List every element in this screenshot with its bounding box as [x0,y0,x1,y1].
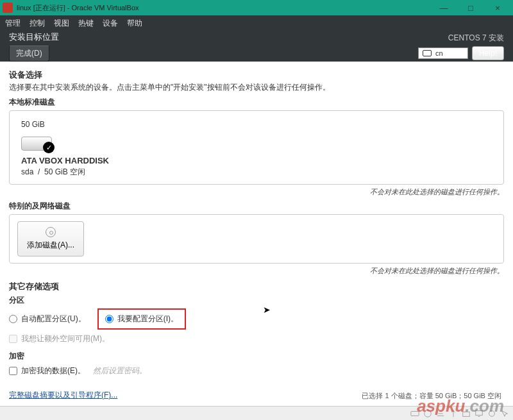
add-disk-label: 添加磁盘(A)... [27,240,74,251]
selection-summary: 已选择 1 个磁盘；容量 50 GiB；50 GiB 空闲 [362,391,501,401]
help-button[interactable]: Help! [472,46,504,60]
svg-rect-0 [411,411,419,416]
close-button[interactable]: × [485,1,510,15]
vbox-status-bar [0,406,513,420]
cursor-icon: ➤ [263,305,271,315]
local-disks-label: 本地标准磁盘 [9,97,504,108]
maximize-button[interactable]: □ [458,1,484,15]
menu-devices[interactable]: 设备 [103,18,118,29]
product-label: CENTOS 7 安装 [418,33,504,44]
disc-icon [46,227,56,237]
svg-rect-3 [476,410,483,415]
vbox-titlebar: linux [正在运行] - Oracle VM VirtualBox — □ … [0,0,513,15]
encrypt-hint: 然后设置密码。 [93,365,147,376]
manual-partition-radio[interactable]: 我要配置分区(I)。 [105,314,178,324]
guest-menubar: 管理 控制 视图 热键 设备 帮助 [0,15,513,31]
keyboard-layout-selector[interactable]: cn [418,47,468,59]
disk-name: ATA VBOX HARDDISK [21,156,109,165]
status-shared-icon [462,409,471,418]
done-button[interactable]: 完成(D) [9,46,49,62]
disk-size: 50 GiB [21,120,109,129]
extra-space-label: 我想让额外空间可用(M)。 [21,333,110,344]
status-mouse-icon [500,409,509,418]
status-record-icon [487,409,496,418]
disk-item[interactable]: 50 GiB ✓ ATA VBOX HARDDISK sda / 50 GiB … [21,120,109,178]
auto-partition-radio[interactable]: 自动配置分区(U)。 [9,314,86,324]
check-icon: ✓ [43,142,55,153]
device-selection-desc: 选择要在其中安装系统的设备。点击主菜单中的"开始安装"按钮前不会对该设备进行任何… [9,82,504,93]
partition-label: 分区 [9,295,504,306]
menu-hotkeys[interactable]: 热键 [78,18,94,29]
status-hdd-icon [410,409,419,418]
status-display-icon [475,409,484,418]
vbox-app-icon [3,3,13,13]
special-disks-box: 添加磁盘(A)... [9,214,504,264]
content-area: 设备选择 选择要在其中安装系统的设备。点击主菜单中的"开始安装"按钮前不会对该设… [0,62,513,376]
encrypt-label: 加密 [9,351,504,362]
storage-options-title: 其它存储选项 [9,281,504,292]
status-usb-icon [449,409,458,418]
encrypt-option-label: 加密我的数据(E)。 [21,365,85,376]
menu-help[interactable]: 帮助 [127,18,142,29]
vbox-window-title: linux [正在运行] - Oracle VM VirtualBox [17,3,431,13]
encrypt-check[interactable]: 加密我的数据(E)。 然后设置密码。 [9,365,504,376]
auto-partition-label: 自动配置分区(U)。 [21,314,86,324]
disk-details: sda / 50 GiB 空闲 [21,167,109,178]
device-selection-title: 设备选择 [9,69,504,81]
window-controls: — □ × [431,1,510,15]
special-disk-note: 不会对未在此处选择的磁盘进行任何操作。 [9,266,504,276]
menu-view[interactable]: 视图 [54,18,69,29]
svg-point-1 [425,410,432,417]
partition-radio-group: 自动配置分区(U)。 我要配置分区(I)。 [9,308,504,330]
svg-rect-2 [463,412,470,416]
page-title: 安装目标位置 [9,31,418,43]
status-optical-icon [423,409,432,418]
locale-code: cn [435,49,443,57]
keyboard-icon [423,50,432,56]
extra-space-check: 我想让额外空间可用(M)。 [9,333,504,344]
menu-manage[interactable]: 管理 [5,18,21,29]
local-disks-box: 50 GiB ✓ ATA VBOX HARDDISK sda / 50 GiB … [9,110,504,185]
status-net-icon [436,409,445,418]
harddisk-icon: ✓ [21,133,52,151]
svg-point-4 [489,410,495,416]
installer-header: 安装目标位置 完成(D) CENTOS 7 安装 cn Help! [0,31,513,62]
minimize-button[interactable]: — [431,1,457,15]
manual-partition-label: 我要配置分区(I)。 [117,314,178,324]
local-disk-note: 不会对未在此处选择的磁盘进行任何操作。 [9,187,504,197]
disk-summary-link[interactable]: 完整磁盘摘要以及引导程序(F)... [9,390,117,401]
add-disk-button[interactable]: 添加磁盘(A)... [17,221,84,256]
menu-control[interactable]: 控制 [29,18,45,29]
special-disks-label: 特别的及网络磁盘 [9,201,504,212]
highlight-box: 我要配置分区(I)。 [97,308,186,330]
